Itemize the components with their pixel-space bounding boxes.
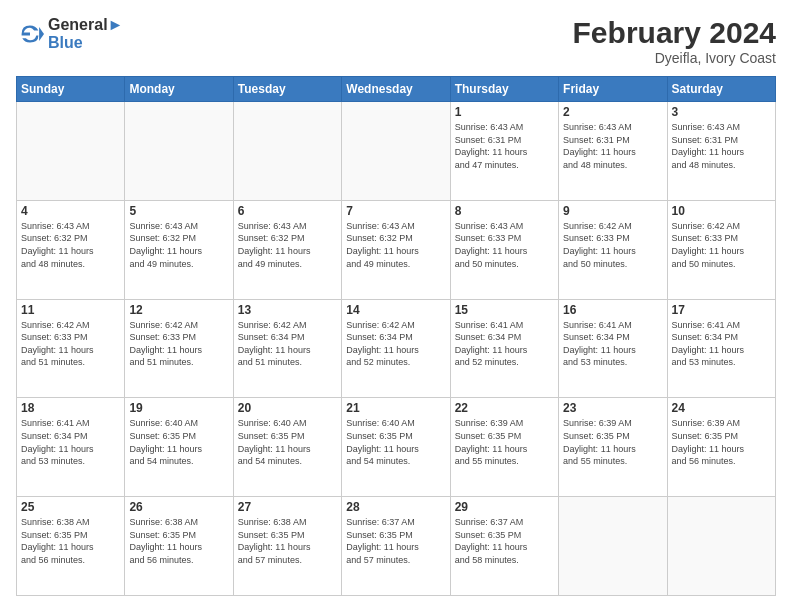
logo-icon xyxy=(16,20,44,48)
calendar-cell: 15Sunrise: 6:41 AMSunset: 6:34 PMDayligh… xyxy=(450,299,558,398)
weekday-header-monday: Monday xyxy=(125,77,233,102)
day-info: Sunrise: 6:43 AMSunset: 6:31 PMDaylight:… xyxy=(455,121,554,171)
calendar-cell: 7Sunrise: 6:43 AMSunset: 6:32 PMDaylight… xyxy=(342,200,450,299)
day-number: 11 xyxy=(21,303,120,317)
day-number: 1 xyxy=(455,105,554,119)
day-number: 24 xyxy=(672,401,771,415)
day-info: Sunrise: 6:43 AMSunset: 6:32 PMDaylight:… xyxy=(21,220,120,270)
day-info: Sunrise: 6:42 AMSunset: 6:33 PMDaylight:… xyxy=(129,319,228,369)
day-info: Sunrise: 6:39 AMSunset: 6:35 PMDaylight:… xyxy=(672,417,771,467)
calendar-week-3: 11Sunrise: 6:42 AMSunset: 6:33 PMDayligh… xyxy=(17,299,776,398)
calendar-cell xyxy=(667,497,775,596)
calendar-cell: 29Sunrise: 6:37 AMSunset: 6:35 PMDayligh… xyxy=(450,497,558,596)
day-info: Sunrise: 6:41 AMSunset: 6:34 PMDaylight:… xyxy=(455,319,554,369)
day-number: 8 xyxy=(455,204,554,218)
calendar-cell: 23Sunrise: 6:39 AMSunset: 6:35 PMDayligh… xyxy=(559,398,667,497)
day-number: 22 xyxy=(455,401,554,415)
day-number: 5 xyxy=(129,204,228,218)
day-info: Sunrise: 6:41 AMSunset: 6:34 PMDaylight:… xyxy=(563,319,662,369)
day-info: Sunrise: 6:43 AMSunset: 6:32 PMDaylight:… xyxy=(238,220,337,270)
day-number: 14 xyxy=(346,303,445,317)
calendar-cell: 10Sunrise: 6:42 AMSunset: 6:33 PMDayligh… xyxy=(667,200,775,299)
calendar-cell: 4Sunrise: 6:43 AMSunset: 6:32 PMDaylight… xyxy=(17,200,125,299)
day-number: 29 xyxy=(455,500,554,514)
day-info: Sunrise: 6:42 AMSunset: 6:33 PMDaylight:… xyxy=(672,220,771,270)
calendar-cell xyxy=(233,102,341,201)
weekday-header-tuesday: Tuesday xyxy=(233,77,341,102)
day-info: Sunrise: 6:38 AMSunset: 6:35 PMDaylight:… xyxy=(238,516,337,566)
logo-text: General► Blue xyxy=(48,16,123,52)
day-info: Sunrise: 6:40 AMSunset: 6:35 PMDaylight:… xyxy=(346,417,445,467)
calendar-cell: 27Sunrise: 6:38 AMSunset: 6:35 PMDayligh… xyxy=(233,497,341,596)
calendar-cell: 21Sunrise: 6:40 AMSunset: 6:35 PMDayligh… xyxy=(342,398,450,497)
calendar-cell: 22Sunrise: 6:39 AMSunset: 6:35 PMDayligh… xyxy=(450,398,558,497)
calendar-header: SundayMondayTuesdayWednesdayThursdayFrid… xyxy=(17,77,776,102)
calendar-body: 1Sunrise: 6:43 AMSunset: 6:31 PMDaylight… xyxy=(17,102,776,596)
calendar-week-5: 25Sunrise: 6:38 AMSunset: 6:35 PMDayligh… xyxy=(17,497,776,596)
day-info: Sunrise: 6:43 AMSunset: 6:31 PMDaylight:… xyxy=(672,121,771,171)
day-info: Sunrise: 6:41 AMSunset: 6:34 PMDaylight:… xyxy=(21,417,120,467)
calendar-cell: 6Sunrise: 6:43 AMSunset: 6:32 PMDaylight… xyxy=(233,200,341,299)
title-block: February 2024 Dyeifla, Ivory Coast xyxy=(573,16,776,66)
calendar-cell: 13Sunrise: 6:42 AMSunset: 6:34 PMDayligh… xyxy=(233,299,341,398)
weekday-header-saturday: Saturday xyxy=(667,77,775,102)
day-info: Sunrise: 6:40 AMSunset: 6:35 PMDaylight:… xyxy=(238,417,337,467)
day-number: 6 xyxy=(238,204,337,218)
calendar-cell: 12Sunrise: 6:42 AMSunset: 6:33 PMDayligh… xyxy=(125,299,233,398)
day-number: 25 xyxy=(21,500,120,514)
calendar-week-2: 4Sunrise: 6:43 AMSunset: 6:32 PMDaylight… xyxy=(17,200,776,299)
calendar-cell: 26Sunrise: 6:38 AMSunset: 6:35 PMDayligh… xyxy=(125,497,233,596)
day-info: Sunrise: 6:43 AMSunset: 6:32 PMDaylight:… xyxy=(346,220,445,270)
day-number: 12 xyxy=(129,303,228,317)
day-number: 9 xyxy=(563,204,662,218)
day-number: 18 xyxy=(21,401,120,415)
logo: General► Blue xyxy=(16,16,123,52)
day-number: 10 xyxy=(672,204,771,218)
day-number: 3 xyxy=(672,105,771,119)
calendar-cell: 19Sunrise: 6:40 AMSunset: 6:35 PMDayligh… xyxy=(125,398,233,497)
day-number: 7 xyxy=(346,204,445,218)
weekday-header-sunday: Sunday xyxy=(17,77,125,102)
day-number: 2 xyxy=(563,105,662,119)
day-info: Sunrise: 6:43 AMSunset: 6:31 PMDaylight:… xyxy=(563,121,662,171)
calendar-cell: 1Sunrise: 6:43 AMSunset: 6:31 PMDaylight… xyxy=(450,102,558,201)
day-number: 23 xyxy=(563,401,662,415)
day-number: 17 xyxy=(672,303,771,317)
calendar-cell: 24Sunrise: 6:39 AMSunset: 6:35 PMDayligh… xyxy=(667,398,775,497)
calendar-cell: 2Sunrise: 6:43 AMSunset: 6:31 PMDaylight… xyxy=(559,102,667,201)
calendar-cell: 25Sunrise: 6:38 AMSunset: 6:35 PMDayligh… xyxy=(17,497,125,596)
calendar-cell: 14Sunrise: 6:42 AMSunset: 6:34 PMDayligh… xyxy=(342,299,450,398)
day-info: Sunrise: 6:42 AMSunset: 6:34 PMDaylight:… xyxy=(238,319,337,369)
page: General► Blue February 2024 Dyeifla, Ivo… xyxy=(0,0,792,612)
month-title: February 2024 xyxy=(573,16,776,50)
day-number: 28 xyxy=(346,500,445,514)
calendar-cell: 11Sunrise: 6:42 AMSunset: 6:33 PMDayligh… xyxy=(17,299,125,398)
day-number: 19 xyxy=(129,401,228,415)
calendar-cell: 17Sunrise: 6:41 AMSunset: 6:34 PMDayligh… xyxy=(667,299,775,398)
calendar-cell xyxy=(125,102,233,201)
day-number: 27 xyxy=(238,500,337,514)
day-info: Sunrise: 6:43 AMSunset: 6:33 PMDaylight:… xyxy=(455,220,554,270)
calendar-cell: 20Sunrise: 6:40 AMSunset: 6:35 PMDayligh… xyxy=(233,398,341,497)
day-info: Sunrise: 6:42 AMSunset: 6:34 PMDaylight:… xyxy=(346,319,445,369)
day-info: Sunrise: 6:38 AMSunset: 6:35 PMDaylight:… xyxy=(129,516,228,566)
calendar-cell: 18Sunrise: 6:41 AMSunset: 6:34 PMDayligh… xyxy=(17,398,125,497)
day-number: 16 xyxy=(563,303,662,317)
day-info: Sunrise: 6:42 AMSunset: 6:33 PMDaylight:… xyxy=(21,319,120,369)
day-info: Sunrise: 6:40 AMSunset: 6:35 PMDaylight:… xyxy=(129,417,228,467)
calendar-cell: 5Sunrise: 6:43 AMSunset: 6:32 PMDaylight… xyxy=(125,200,233,299)
day-number: 15 xyxy=(455,303,554,317)
day-info: Sunrise: 6:37 AMSunset: 6:35 PMDaylight:… xyxy=(455,516,554,566)
weekday-header-wednesday: Wednesday xyxy=(342,77,450,102)
calendar-cell xyxy=(17,102,125,201)
day-number: 4 xyxy=(21,204,120,218)
day-number: 26 xyxy=(129,500,228,514)
weekday-header-thursday: Thursday xyxy=(450,77,558,102)
calendar-cell: 9Sunrise: 6:42 AMSunset: 6:33 PMDaylight… xyxy=(559,200,667,299)
day-number: 21 xyxy=(346,401,445,415)
day-info: Sunrise: 6:39 AMSunset: 6:35 PMDaylight:… xyxy=(455,417,554,467)
calendar-cell: 28Sunrise: 6:37 AMSunset: 6:35 PMDayligh… xyxy=(342,497,450,596)
day-number: 20 xyxy=(238,401,337,415)
day-info: Sunrise: 6:43 AMSunset: 6:32 PMDaylight:… xyxy=(129,220,228,270)
weekday-header-friday: Friday xyxy=(559,77,667,102)
